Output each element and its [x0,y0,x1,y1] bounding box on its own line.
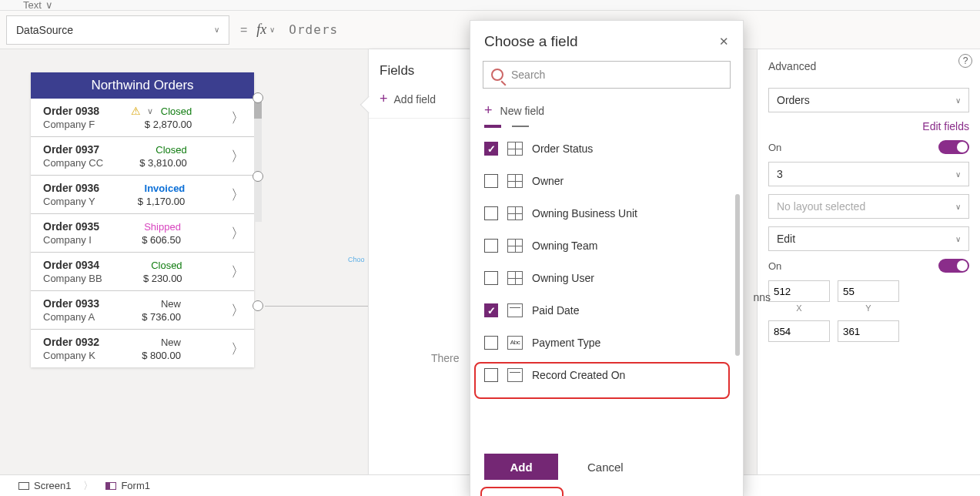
order-status: Closed [151,260,182,271]
add-field-button[interactable]: + Add field [369,86,471,119]
order-amount: $ 1,170.00 [138,194,185,207]
checkbox[interactable] [484,303,498,317]
property-selector[interactable]: DataSource ∨ [6,15,229,45]
chevron-down-icon: ∨ [955,96,961,105]
mode-select[interactable]: Edit ∨ [768,226,969,251]
order-row[interactable]: Order 0934Company BBClosed$ 230.00〉 [31,252,254,290]
field-option[interactable]: AbcPayment Type [470,327,743,359]
order-number: Order 0936 [43,182,99,194]
order-row[interactable]: Order 0933Company ANew$ 736.00〉 [31,290,254,329]
warning-icon: ⚠ [131,105,141,117]
field-type-icon: Abc [507,336,523,350]
breadcrumb-form[interactable]: Form1 [98,477,158,494]
plus-icon: + [484,102,493,119]
order-row[interactable]: Order 0932Company KNew$ 800.00〉 [31,329,254,367]
close-icon[interactable]: ✕ [719,35,729,49]
tab-advanced[interactable]: Advanced [768,60,969,80]
field-option[interactable]: Paid Date [470,294,743,327]
order-row[interactable]: Order 0937Company CCClosed$ 3,810.00〉 [31,136,254,175]
order-company: Company BB [43,271,102,284]
data-source-select[interactable]: Orders ∨ [768,88,969,112]
order-company: Company CC [43,156,103,169]
chevron-right-icon: 〉 [223,263,245,281]
order-row[interactable]: Order 0936Company YInvoiced$ 1,170.00〉 [31,175,254,213]
field-option[interactable]: Record Created On [470,359,743,391]
chevron-down-icon: ∨ [955,203,961,211]
checkbox[interactable] [484,239,498,253]
chevron-down-icon: ∨ [147,106,153,116]
chevron-down-icon[interactable]: ∨ [269,25,275,34]
order-company: Company Y [43,194,99,207]
plus-icon: + [380,91,388,107]
search-icon [491,69,503,81]
resize-handle[interactable] [253,171,263,182]
search-input[interactable]: Search [483,61,731,89]
new-field-button[interactable]: + New field [470,98,743,125]
field-option[interactable]: Owning Team [470,230,743,262]
field-option[interactable]: Order Status [470,132,743,165]
order-row[interactable]: Order 0935Company IShipped$ 606.50〉 [31,213,254,252]
help-icon[interactable]: ? [958,54,972,68]
field-type-icon [507,206,523,220]
order-amount: $ 736.00 [142,310,181,323]
order-number: Order 0933 [43,297,99,310]
gallery-scrollbar[interactable] [254,99,262,222]
position-y-input[interactable] [838,280,899,302]
breadcrumb-separator: 〉 [83,479,93,493]
field-label: Owning Team [532,240,597,252]
x-label: X [796,302,801,313]
checkbox[interactable] [484,368,498,382]
field-label: Owning Business Unit [532,207,637,220]
resize-handle[interactable] [253,92,263,103]
dialog-scrollbar[interactable] [735,194,740,356]
cancel-button[interactable]: Cancel [578,454,633,480]
field-type-icon [507,142,523,156]
order-status: Closed [161,106,192,117]
toggle-label: On [768,260,781,272]
field-option[interactable]: Owning User [470,262,743,294]
columns-select[interactable]: 3 ∨ [768,162,969,186]
search-placeholder: Search [511,69,545,81]
ribbon-text[interactable]: Text ∨ [23,0,53,11]
checkbox[interactable] [484,336,498,350]
size-h-input[interactable] [838,320,899,342]
new-field-label: New field [500,105,545,117]
order-company: Company A [43,310,99,323]
add-button[interactable]: Add [484,454,558,480]
field-label: Owner [532,175,564,187]
main-area: Northwind Orders Order 0938Company F⚠∨Cl… [0,49,980,474]
field-type-icon [507,303,523,317]
snap-toggle[interactable] [938,140,969,154]
chevron-right-icon: 〉 [223,340,245,358]
position-x-input[interactable] [768,280,830,302]
order-status: Invoiced [145,183,186,194]
checkbox[interactable] [484,174,498,188]
layout-select[interactable]: No layout selected ∨ [768,194,969,219]
checkbox[interactable] [484,206,498,220]
field-option[interactable]: Owning Business Unit [470,197,743,230]
formula-value[interactable]: Orders [289,22,338,37]
order-status: New [161,337,181,348]
order-row[interactable]: Order 0938Company F⚠∨Closed$ 2,870.00〉 [31,99,254,136]
size-w-input[interactable] [768,320,830,342]
toggle-label: On [768,142,781,153]
edit-fields-link[interactable]: Edit fields [922,120,969,132]
property-name: DataSource [16,24,73,36]
order-status: Closed [156,144,186,156]
order-number: Order 0932 [43,336,99,348]
order-number: Order 0935 [43,220,99,233]
breadcrumb-screen[interactable]: Screen1 [11,477,79,494]
chevron-right-icon: 〉 [223,186,245,204]
order-amount: $ 800.00 [142,348,181,361]
field-label: Payment Type [532,337,600,349]
field-option[interactable]: Owner [470,165,743,197]
checkbox[interactable] [484,271,498,285]
filter-chip-icon [484,125,501,128]
resize-handle[interactable] [253,300,263,311]
truncated-text: There [431,352,460,364]
order-company: Company F [43,117,99,130]
checkbox[interactable] [484,142,498,156]
filter-chip-icon [512,126,529,127]
visible-toggle[interactable] [938,259,969,273]
fx-icon[interactable]: fx [256,22,266,38]
